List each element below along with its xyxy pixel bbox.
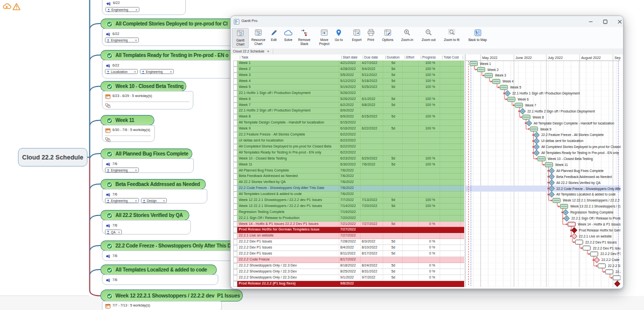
- svg-text:All Completed Stories Deployed: All Completed Stories Deployed to pre-pr…: [541, 145, 621, 149]
- svg-text:22.2.2 Dev P1 Issues: 22.2.2 Dev P1 Issues: [601, 252, 621, 256]
- svg-text:Week 3: Week 3: [495, 74, 507, 77]
- svg-text:Week 14 - Hotfix & P1 Issues 2: Week 14 - Hotfix & P1 Issues 22.2.2 Dev …: [578, 222, 621, 226]
- svg-text:Beta Feedback Addressed as Nee: Beta Feedback Addressed as Needed: [557, 175, 612, 178]
- svg-text:Week 10 - Closed Beta Testing: Week 10 - Closed Beta Testing: [548, 157, 593, 161]
- svg-text:May 2022: May 2022: [482, 56, 498, 60]
- svg-text:22.2.2 Showstoppers Only / 22.: 22.2.2 Showstoppers Only / 22.3 Dev: [608, 264, 621, 268]
- svg-text:22.1 Hotfix 2 Sign off / Produ: 22.1 Hotfix 2 Sign off / Production Depl…: [527, 110, 595, 114]
- svg-text:August 2022: August 2022: [581, 56, 601, 60]
- svg-text:Regression Testing Complete: Regression Testing Complete: [571, 210, 614, 214]
- svg-text:22.2.2 Showstoppers Only / 22.: 22.2.2 Showstoppers Only / 22.3 Dev: [616, 270, 621, 274]
- svg-text:All Templates Ready for Testin: All Templates Ready for Testing in Pre-p…: [541, 151, 619, 155]
- svg-text:22.2.2 Code Freeze: 22.2.2 Code Freeze: [602, 258, 621, 262]
- svg-text:All Template Design Complete -: All Template Design Complete - Handoff f…: [534, 122, 614, 126]
- svg-text:22.2.1 Live on website: 22.2.1 Live on website: [579, 234, 612, 238]
- svg-text:All Templates Localized & adde: All Templates Localized & added to code: [557, 192, 616, 196]
- svg-text:Week 4: Week 4: [503, 80, 514, 83]
- svg-text:Week 8: Week 8: [533, 116, 544, 119]
- svg-text:22.2.2 Dev P1 Issues: 22.2.2 Dev P1 Issues: [593, 246, 621, 250]
- svg-text:UI deltas sent for localizatio: UI deltas sent for localization: [541, 139, 584, 142]
- svg-text:September 2022: September 2022: [615, 56, 621, 60]
- svg-text:Week 2: Week 2: [488, 68, 499, 72]
- svg-text:Week 13 22.2.1 Showstoppers /: Week 13 22.2.1 Showstoppers / 22.2.2 dev…: [571, 204, 621, 208]
- svg-text:22.2.2 Dev P1 Issues: 22.2.2 Dev P1 Issues: [586, 240, 617, 244]
- svg-text:All Planned Bug Fixes Complete: All Planned Bug Fixes Complete: [557, 169, 604, 173]
- svg-text:22.2 Code Freeze - Showstopper: 22.2 Code Freeze - Showstoppers Only Aft…: [557, 187, 621, 191]
- svg-text:Week 5: Week 5: [510, 86, 522, 89]
- svg-text:22.2.1 Sign Off / Release to P: 22.2.1 Sign Off / Release to Production: [572, 216, 621, 220]
- svg-text:Week 6: Week 6: [518, 98, 529, 101]
- svg-text:All 22.2 Stories Verified by Q: All 22.2 Stories Verified by QA: [557, 181, 601, 185]
- svg-text:22.1 Hotfix 1 Sign off / Produ: 22.1 Hotfix 1 Sign off / Production Depl…: [512, 92, 580, 96]
- svg-text:June 2022: June 2022: [516, 56, 532, 60]
- svg-text:Week 12 22.2.1 Showstoppers /: Week 12 22.2.1 Showstoppers / 22.2.2 dev…: [563, 198, 621, 202]
- svg-text:22.2 Feature Freeze - All Stor: 22.2 Feature Freeze - All Stories Comple…: [541, 133, 604, 137]
- svg-text:Week 7: Week 7: [525, 104, 537, 107]
- svg-text:July 2022: July 2022: [548, 56, 563, 60]
- svg-text:Week 1: Week 1: [480, 62, 492, 66]
- svg-text:Week 9: Week 9: [540, 128, 552, 131]
- svg-text:Week 11: Week 11: [555, 163, 568, 166]
- svg-text:Prod Release Hotfix for German: Prod Release Hotfix for German Templates…: [579, 228, 621, 232]
